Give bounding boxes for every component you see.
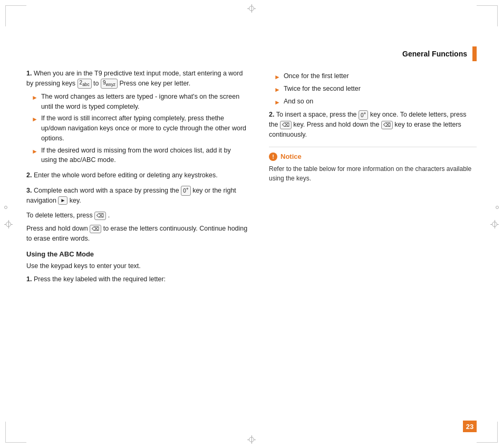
delete-text: To delete letters, press ⌫ .	[26, 211, 248, 221]
header-title: General Functions	[402, 50, 467, 58]
section-1-text: 1. When you are in the T9 predictive tex…	[26, 69, 248, 89]
section-2: 2. Enter the whole word before editing o…	[26, 170, 248, 180]
delete-section: To delete letters, press ⌫ . Press and h…	[26, 211, 248, 243]
right-bullets: ► Once for the first letter ► Twice for …	[274, 71, 477, 107]
bullet-twice: Twice for the second letter	[284, 84, 361, 94]
section-3: 3. Complete each word with a space by pr…	[26, 186, 248, 206]
right-item2-text: 2. To insert a space, press the 0+ key o…	[269, 110, 477, 139]
notice-icon: !	[269, 152, 277, 161]
section-3-num: 3.	[26, 187, 32, 194]
key-space: 0+	[359, 110, 368, 120]
notice-label: Notice	[280, 151, 302, 162]
bullet-item: ► The word changes as letters are typed …	[32, 92, 248, 112]
key-hold-delete: ⌫	[90, 225, 101, 233]
bullet-text: If the word is still incorrect after typ…	[41, 113, 248, 143]
main-content: 1. When you are in the T9 predictive tex…	[26, 69, 477, 395]
bullet-item: ► Twice for the second letter	[274, 84, 477, 94]
key-del2: ⌫	[280, 121, 292, 129]
side-mark-right	[496, 206, 499, 209]
section-1: 1. When you are in the T9 predictive tex…	[26, 69, 248, 165]
reg-mark-right	[490, 220, 499, 228]
reg-mark-top	[247, 4, 256, 13]
bullet-item: ► Once for the first letter	[274, 71, 477, 82]
bullet-andso: And so on	[284, 97, 313, 107]
press-text: 1. Press the key labeled with the requir…	[26, 274, 248, 284]
section-3-text: 3. Complete each word with a space by pr…	[26, 186, 248, 206]
notice-title: ! Notice	[269, 151, 477, 162]
bullet-text: If the desired word is missing from the …	[41, 146, 248, 166]
page-header: General Functions	[402, 46, 477, 61]
bullet-item: ► If the desired word is missing from th…	[32, 146, 248, 166]
hold-text: Press and hold down ⌫ to erase the lette…	[26, 224, 248, 244]
bullet-item: ► And so on	[274, 97, 477, 107]
key-9wxyz: 9wxyz	[101, 79, 118, 89]
arrow-icon: ►	[274, 98, 280, 107]
right-column: ► Once for the first letter ► Twice for …	[269, 69, 477, 395]
right-item2-num: 2.	[269, 111, 274, 118]
key-delete: ⌫	[94, 212, 106, 220]
left-column: 1. When you are in the T9 predictive tex…	[26, 69, 248, 395]
section-2-text: 2. Enter the whole word before editing o…	[26, 170, 248, 180]
key-0plus: 0+	[181, 186, 190, 195]
bullet-once: Once for the first letter	[284, 71, 349, 81]
header-bar	[472, 46, 477, 61]
corner-mark-bl	[5, 422, 26, 443]
notice-box: ! Notice Refer to the table below for mo…	[269, 147, 477, 183]
press-num: 1.	[26, 275, 32, 283]
abc-title: Using the ABC Mode	[26, 249, 248, 260]
arrow-icon: ►	[32, 115, 38, 124]
bullet-text: The word changes as letters are typed - …	[41, 92, 248, 112]
bullet-item: ► If the word is still incorrect after t…	[32, 113, 248, 143]
corner-mark-tl	[5, 5, 26, 26]
section-1-bullets: ► The word changes as letters are typed …	[32, 92, 248, 165]
abc-section: Using the ABC Mode Use the keypad keys t…	[26, 249, 248, 284]
reg-mark-left	[4, 220, 13, 228]
notice-text: Refer to the table below for more inform…	[269, 164, 477, 183]
corner-mark-br	[477, 422, 498, 443]
key-del3: ⌫	[381, 121, 393, 129]
page-number: 23	[463, 421, 477, 432]
abc-desc: Use the keypad keys to enter your text.	[26, 261, 248, 271]
corner-mark-tr	[477, 5, 498, 26]
reg-mark-bottom	[247, 435, 256, 444]
key-nav-right: ►	[58, 196, 67, 205]
right-section-2: 2. To insert a space, press the 0+ key o…	[269, 110, 477, 139]
arrow-icon: ►	[32, 93, 38, 102]
key-2abc: 2abc	[78, 79, 92, 89]
arrow-icon: ►	[32, 147, 38, 156]
side-mark-left	[4, 206, 7, 209]
arrow-icon: ►	[274, 85, 280, 94]
section-1-num: 1.	[26, 70, 32, 77]
section-2-num: 2.	[26, 171, 32, 179]
arrow-icon: ►	[274, 72, 280, 82]
